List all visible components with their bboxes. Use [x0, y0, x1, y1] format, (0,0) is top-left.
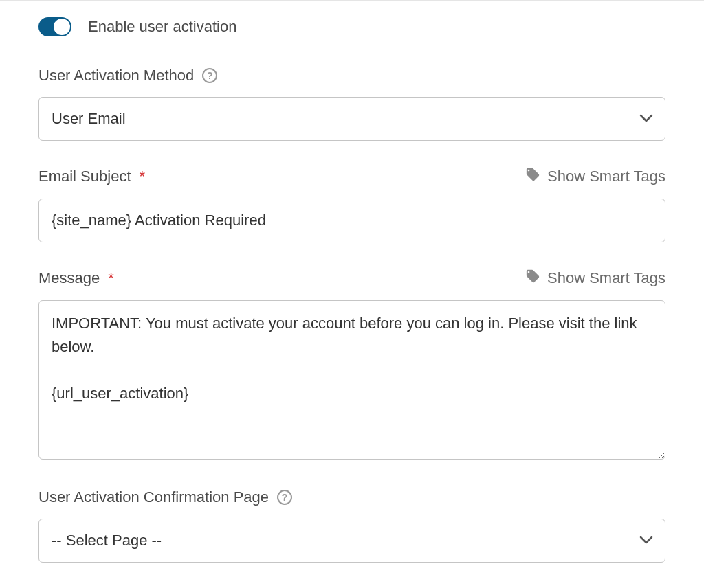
- toggle-knob: [54, 19, 70, 35]
- message-label-left: Message *: [38, 269, 114, 287]
- message-label-row: Message * Show Smart Tags: [38, 269, 666, 288]
- email-subject-label-left: Email Subject *: [38, 168, 145, 185]
- email-subject-label: Email Subject: [38, 168, 131, 185]
- required-indicator: *: [108, 269, 114, 287]
- activation-method-label-left: User Activation Method ?: [38, 67, 217, 84]
- help-icon[interactable]: ?: [202, 68, 217, 83]
- activation-method-selected: User Email: [52, 110, 126, 128]
- message-smart-tags-link[interactable]: Show Smart Tags: [525, 269, 666, 288]
- enable-activation-toggle[interactable]: [38, 17, 72, 36]
- confirmation-page-label-left: User Activation Confirmation Page ?: [38, 488, 292, 506]
- activation-method-select[interactable]: User Email: [38, 97, 666, 141]
- help-icon[interactable]: ?: [277, 490, 292, 505]
- confirmation-page-group: User Activation Confirmation Page ? -- S…: [38, 488, 666, 563]
- activation-method-label: User Activation Method: [38, 67, 194, 84]
- email-subject-input[interactable]: [38, 199, 666, 242]
- message-group: Message * Show Smart Tags: [38, 269, 666, 462]
- activation-method-group: User Activation Method ? User Email: [38, 67, 666, 141]
- required-indicator: *: [140, 168, 146, 185]
- activation-method-label-row: User Activation Method ?: [38, 67, 666, 84]
- message-textarea[interactable]: [38, 300, 666, 460]
- confirmation-page-select-wrapper: -- Select Page --: [38, 519, 666, 563]
- email-subject-group: Email Subject * Show Smart Tags: [38, 167, 666, 242]
- enable-activation-toggle-row: Enable user activation: [38, 17, 666, 36]
- enable-activation-label: Enable user activation: [88, 18, 236, 36]
- confirmation-page-select[interactable]: -- Select Page --: [38, 519, 666, 563]
- message-smart-tags-text: Show Smart Tags: [547, 269, 666, 287]
- email-subject-smart-tags-text: Show Smart Tags: [547, 168, 666, 185]
- tag-icon: [525, 269, 540, 288]
- tag-icon: [525, 167, 540, 186]
- confirmation-page-label: User Activation Confirmation Page: [38, 488, 269, 506]
- email-subject-smart-tags-link[interactable]: Show Smart Tags: [525, 167, 666, 186]
- confirmation-page-selected: -- Select Page --: [52, 532, 162, 550]
- email-subject-label-row: Email Subject * Show Smart Tags: [38, 167, 666, 186]
- confirmation-page-label-row: User Activation Confirmation Page ?: [38, 488, 666, 506]
- activation-method-select-wrapper: User Email: [38, 97, 666, 141]
- message-label: Message: [38, 269, 100, 287]
